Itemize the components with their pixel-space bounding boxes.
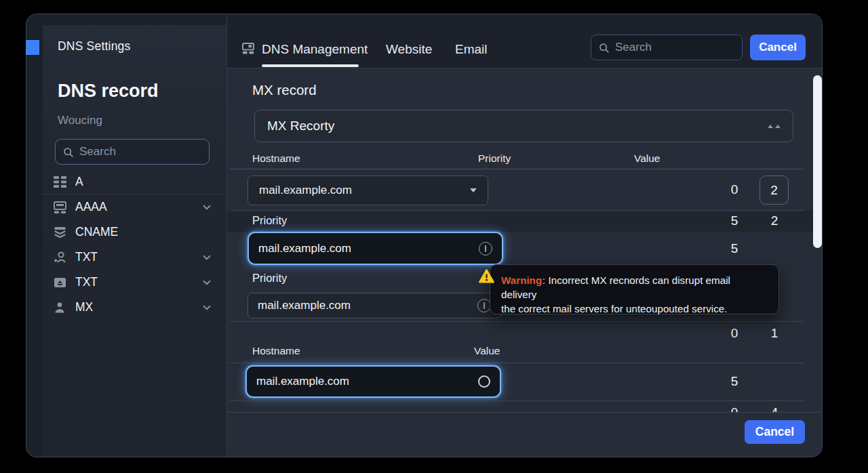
chevron-down-icon[interactable]	[201, 201, 213, 213]
col-header-hostname: Hostname	[252, 152, 300, 165]
topbar-search[interactable]	[591, 35, 743, 60]
sidebar-item-label: A	[75, 175, 213, 189]
row-label-priority: Priority	[252, 272, 287, 285]
chevron-down-icon[interactable]	[201, 251, 213, 264]
scrollbar-thumb[interactable]	[813, 75, 822, 248]
col-header-priority: Priority	[478, 152, 511, 165]
priority-cell: 0	[721, 182, 748, 197]
sidebar-search-input[interactable]	[79, 145, 202, 159]
window-icon	[242, 43, 254, 54]
active-tab-underline	[262, 64, 359, 67]
info-icon[interactable]	[477, 299, 491, 312]
dns-settings-window: DNS Settings DNS record Woucing A	[26, 14, 823, 457]
caret-down-icon	[470, 188, 477, 192]
circle-icon[interactable]	[478, 375, 490, 388]
chevron-down-icon[interactable]	[201, 276, 213, 289]
value-cell: 1	[761, 326, 788, 341]
sidebar: DNS Settings DNS record Woucing A	[43, 25, 226, 457]
double-caret-icon	[768, 125, 781, 128]
window-icon	[52, 201, 67, 214]
sidebar-item-mx[interactable]: MX	[43, 295, 226, 320]
priority-cell: 0	[721, 405, 748, 412]
tab-dns-management[interactable]: DNS Management	[262, 42, 368, 57]
accent-marker	[26, 40, 39, 55]
value-cell-box[interactable]: 2	[760, 176, 789, 205]
card-icon	[52, 276, 67, 289]
grid-icon	[52, 175, 67, 188]
divider	[230, 400, 804, 401]
sidebar-item-label: AAAA	[75, 200, 201, 214]
col-header-hostname: Hostname	[252, 345, 300, 357]
record-type-list: A AAAA CNAME	[43, 169, 226, 320]
tab-email[interactable]: Email	[455, 42, 488, 57]
sidebar-item-aaaa[interactable]: AAAA	[43, 194, 226, 220]
top-bar: DNS Management Website Email Cancel	[226, 14, 823, 68]
value-cell: 2	[761, 213, 788, 228]
sidebar-search[interactable]	[55, 139, 210, 165]
layers-icon	[52, 226, 67, 239]
page-title: DNS record	[58, 81, 159, 102]
hostname-input-focused[interactable]	[245, 365, 501, 398]
sidebar-item-label: MX	[75, 300, 201, 314]
sidebar-item-txt-1[interactable]: TXT	[43, 245, 226, 270]
footer-cancel-button[interactable]: Cancel	[745, 420, 805, 444]
record-type-value: MX Recorty	[267, 119, 768, 133]
mx-record-panel: MX record MX Recorty Hostname Priority V…	[226, 68, 823, 457]
hostname-select-value: mail.example.com	[259, 184, 470, 197]
user-icon	[52, 301, 67, 314]
sidebar-item-label: TXT	[75, 250, 201, 264]
user-dot-icon	[52, 251, 67, 264]
cancel-button[interactable]: Cancel	[750, 35, 806, 60]
clipped-row: 0 4	[227, 404, 813, 412]
panel-footer: Cancel	[227, 412, 823, 457]
sidebar-item-txt-2[interactable]: TXT	[43, 270, 226, 295]
tab-website[interactable]: Website	[386, 42, 432, 57]
row-label-priority: Priority	[252, 214, 287, 227]
warning-tooltip: Warning: Incorrect MX recnords can disru…	[490, 264, 779, 314]
sidebar-header: DNS Settings	[58, 39, 130, 54]
screen: DNS Settings DNS record Woucing A	[0, 0, 868, 473]
hostname-input[interactable]	[258, 242, 479, 255]
chevron-down-icon[interactable]	[201, 302, 213, 314]
priority-row-band: Priority 5 2	[227, 211, 813, 232]
section-title: MX record	[252, 82, 317, 98]
sidebar-item-label: TXT	[75, 275, 201, 289]
priority-cell: 5	[721, 241, 748, 256]
hostname-input[interactable]	[258, 299, 477, 312]
divider	[230, 363, 804, 363]
col-header-value: Value	[474, 345, 500, 357]
value-cell: 4	[761, 405, 788, 412]
sidebar-item-cname[interactable]: CNAME	[43, 220, 226, 245]
search-icon	[62, 146, 74, 158]
hostname-input[interactable]	[256, 375, 478, 388]
record-type-select[interactable]: MX Recorty	[254, 110, 793, 142]
divider	[230, 321, 804, 322]
col-header-value: Value	[634, 152, 660, 165]
hostname-input-focused[interactable]	[248, 232, 503, 265]
warning-icon	[478, 268, 495, 284]
page-subtitle: Woucing	[58, 114, 102, 127]
hostname-select[interactable]: mail.example.com	[248, 176, 488, 205]
priority-cell: 0	[721, 326, 748, 341]
search-icon	[598, 42, 610, 54]
sidebar-item-label: CNAME	[75, 225, 213, 239]
sidebar-item-a[interactable]: A	[43, 169, 226, 194]
topbar-search-input[interactable]	[615, 41, 735, 54]
warning-tooltip-line2: the correct mail servers for unteoupoute…	[501, 302, 768, 316]
warning-tooltip-prefix: Warning:	[501, 274, 545, 286]
priority-cell: 5	[721, 374, 748, 389]
hostname-input-row[interactable]	[248, 293, 501, 318]
info-icon[interactable]	[479, 242, 492, 255]
divider	[230, 169, 804, 169]
priority-cell: 5	[721, 213, 748, 228]
